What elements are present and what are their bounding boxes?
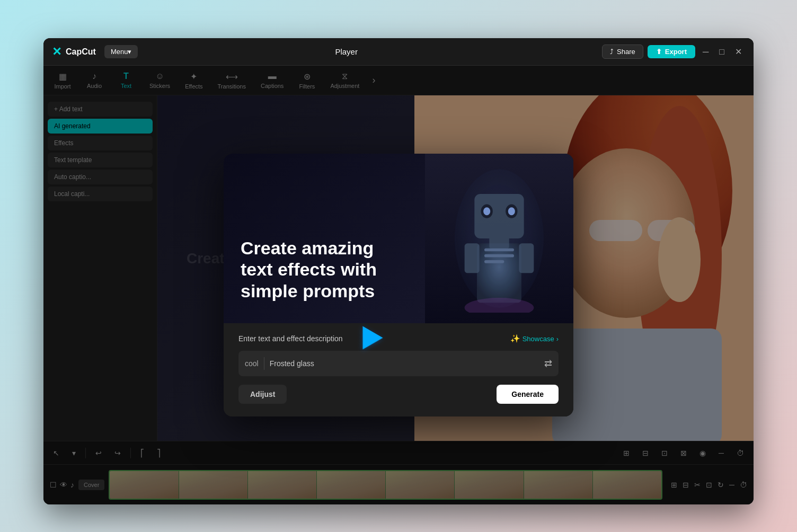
svg-point-14 [483, 207, 490, 215]
modal-input-label-text: Enter text and effect description [238, 334, 343, 343]
headline-line2: text effects with [241, 259, 377, 279]
share-button[interactable]: ⤴ Share [602, 45, 643, 59]
menu-button[interactable]: Menu▾ [104, 45, 138, 58]
modal-headline: Create amazing text effects with simple … [241, 237, 377, 302]
logo-text: CapCut [66, 47, 96, 57]
menu-label: Menu▾ [111, 48, 132, 56]
robot-figure [425, 154, 573, 323]
ai-effects-modal: Create amazing text effects with simple … [224, 154, 573, 416]
modal-top-section: Create amazing text effects with simple … [224, 154, 573, 323]
player-label: Player [335, 47, 358, 56]
modal-actions: Adijust Generate [238, 385, 559, 404]
svg-rect-21 [477, 243, 521, 303]
modal-input-text[interactable]: Frosted glass [270, 359, 539, 368]
svg-point-15 [508, 207, 515, 215]
showcase-link[interactable]: ✨ Showcase › [510, 334, 559, 343]
svg-point-22 [465, 298, 534, 313]
svg-rect-11 [474, 194, 524, 238]
title-bar-right: ⤴ Share ⬆ Export ─ □ ✕ [602, 45, 745, 59]
headline-line3: simple prompts [241, 281, 375, 301]
export-icon: ⬆ [656, 48, 662, 56]
adjust-label: Adijust [250, 390, 275, 398]
minimize-button[interactable]: ─ [699, 46, 712, 58]
showcase-label: Showcase [523, 335, 554, 343]
shuffle-button[interactable]: ⇄ [544, 358, 552, 369]
modal-input-divider [264, 357, 264, 370]
app-window: ✕ CapCut Menu▾ Player ⤴ Share ⬆ Export ─… [43, 38, 754, 504]
robot-svg [446, 164, 552, 313]
modal-bottom-section: Enter text and effect description ✨ Show… [224, 323, 573, 416]
close-button[interactable]: ✕ [732, 46, 745, 58]
modal-headline-area: Create amazing text effects with simple … [241, 237, 377, 302]
logo-area: ✕ CapCut [52, 45, 96, 59]
generate-button[interactable]: Generate [497, 385, 559, 404]
title-bar: ✕ CapCut Menu▾ Player ⤴ Share ⬆ Export ─… [43, 38, 754, 66]
headline-line1: Create amazing [241, 238, 374, 258]
showcase-chevron: › [556, 335, 559, 343]
export-button[interactable]: ⬆ Export [648, 45, 695, 58]
modal-input-label-row: Enter text and effect description ✨ Show… [238, 334, 559, 343]
export-label: Export [665, 48, 687, 56]
share-label: Share [617, 48, 635, 56]
share-icon: ⤴ [610, 48, 614, 56]
modal-input-row: cool Frosted glass ⇄ [238, 351, 559, 376]
modal-overlay: Create amazing text effects with simple … [43, 66, 754, 504]
shuffle-icon: ⇄ [544, 358, 552, 369]
generate-label: Generate [511, 390, 544, 398]
maximize-button[interactable]: □ [716, 46, 728, 58]
sparkle-icon: ✨ [510, 334, 520, 343]
adjust-button[interactable]: Adijust [238, 385, 287, 404]
capcut-logo-icon: ✕ [52, 45, 61, 59]
modal-tag-cool: cool [245, 359, 259, 368]
